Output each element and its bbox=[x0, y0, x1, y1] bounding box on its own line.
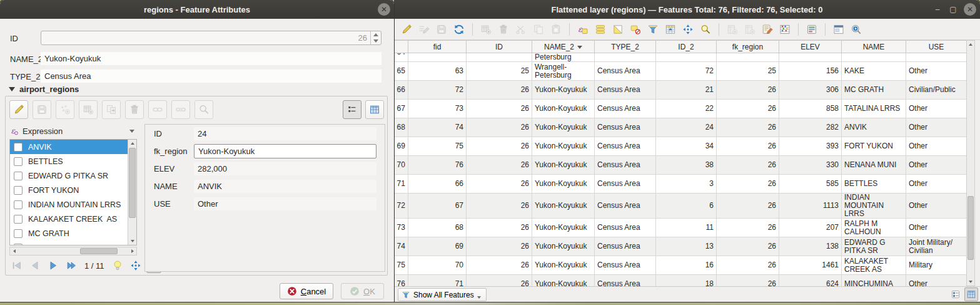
switch-to-table-view-button[interactable] bbox=[964, 287, 978, 301]
column-header-ID_2[interactable]: ID_2 bbox=[656, 41, 717, 53]
cell-NAME_2[interactable]: Wrangell-Petersburg bbox=[532, 62, 595, 81]
cell-ELEV[interactable]: 585 bbox=[779, 175, 842, 194]
select-all-button[interactable] bbox=[593, 22, 608, 37]
row-number[interactable]: 68 bbox=[395, 118, 408, 137]
unlink-feature-button[interactable] bbox=[171, 100, 190, 119]
cell-fk_region[interactable]: 26 bbox=[717, 256, 779, 275]
table-row[interactable]: 677326Yukon-KoyukukCensus Area2226858TAT… bbox=[395, 100, 967, 118]
cell-NAME[interactable]: FORT YUKON bbox=[842, 137, 906, 156]
cell-ELEV[interactable]: 156 bbox=[779, 62, 842, 81]
dock-attribute-table-button[interactable] bbox=[831, 22, 846, 37]
list-item[interactable]: EDWARD G PITKA SR bbox=[10, 168, 129, 183]
cell-USE[interactable]: Other bbox=[906, 118, 967, 137]
cell-USE[interactable]: Other bbox=[906, 100, 967, 118]
cell-NAME[interactable]: MC GRATH bbox=[842, 81, 906, 100]
checkbox[interactable] bbox=[14, 172, 23, 180]
cell-ID_2[interactable]: 6 bbox=[656, 194, 717, 219]
cell-NAME_2[interactable]: Yukon-Koyukuk bbox=[532, 219, 595, 237]
id-spinbox[interactable]: 26 bbox=[41, 31, 381, 45]
table-row-partial[interactable]: 64Petersburg bbox=[395, 53, 967, 62]
cell-ID[interactable]: 26 bbox=[467, 81, 532, 100]
list-item[interactable]: MC GRATH bbox=[10, 226, 129, 240]
next-feature-button[interactable] bbox=[46, 258, 61, 273]
cell-USE[interactable]: Other bbox=[906, 175, 967, 194]
cell-NAME[interactable]: KALAKAKET CREEK AS bbox=[842, 256, 906, 275]
column-header-NAME_2[interactable]: NAME_2 bbox=[532, 41, 595, 53]
row-number[interactable]: 69 bbox=[395, 137, 408, 156]
list-horizontal-scrollbar[interactable] bbox=[9, 247, 137, 256]
delete-selected-button[interactable] bbox=[496, 22, 511, 37]
scrollbar-thumb[interactable] bbox=[129, 148, 136, 218]
cell-fid[interactable]: 70 bbox=[408, 256, 467, 275]
cell-TYPE_2[interactable]: Census Area bbox=[595, 156, 656, 175]
cell-ID[interactable]: 26 bbox=[467, 256, 532, 275]
cell-NAME[interactable]: NENANA MUNI bbox=[842, 156, 906, 175]
cell-fid[interactable]: 72 bbox=[408, 81, 467, 100]
cell-TYPE_2[interactable]: Census Area bbox=[595, 137, 656, 156]
copy-features-button[interactable] bbox=[531, 22, 546, 37]
cell-NAME[interactable]: EDWARD G PITKA SR bbox=[842, 237, 906, 256]
cell-fk_region[interactable]: 26 bbox=[717, 118, 779, 137]
cell-ID_2[interactable]: 72 bbox=[656, 62, 717, 81]
reload-table-button[interactable] bbox=[452, 22, 467, 37]
cell-NAME_2[interactable]: Yukon-Koyukuk bbox=[532, 118, 595, 137]
cell-TYPE_2[interactable]: Census Area bbox=[595, 81, 656, 100]
table-row[interactable]: 687426Yukon-KoyukukCensus Area2426282ANV… bbox=[395, 118, 967, 137]
switch-to-form-view-button[interactable] bbox=[949, 287, 962, 301]
row-number[interactable]: 65 bbox=[395, 62, 408, 81]
cell-ID_2[interactable]: 34 bbox=[656, 137, 717, 156]
cell-ID_2[interactable]: 21 bbox=[656, 81, 717, 100]
table-row[interactable]: 726726Yukon-KoyukukCensus Area6261113IND… bbox=[395, 194, 967, 219]
close-icon[interactable]: ✕ bbox=[378, 3, 390, 16]
zoom-to-selection-button[interactable] bbox=[698, 22, 713, 37]
cell-fk_region[interactable]: 26 bbox=[717, 156, 779, 175]
cell-NAME[interactable]: RALPH M CALHOUN bbox=[842, 219, 906, 237]
cell-TYPE_2[interactable]: Census Area bbox=[595, 194, 656, 219]
previous-feature-button[interactable] bbox=[28, 258, 43, 273]
cell-ID[interactable]: 25 bbox=[467, 62, 532, 81]
cell-ID[interactable]: 26 bbox=[467, 100, 532, 118]
show-all-features-button[interactable]: Show All Features bbox=[398, 288, 487, 301]
cell-fk_region[interactable]: 26 bbox=[717, 219, 779, 237]
checkbox[interactable] bbox=[14, 186, 23, 195]
spin-up-icon[interactable] bbox=[373, 33, 378, 36]
row-number[interactable]: 73 bbox=[395, 219, 408, 237]
list-item[interactable]: ANVIK bbox=[10, 140, 129, 154]
new-field-button[interactable] bbox=[725, 22, 740, 37]
scroll-right-icon[interactable] bbox=[131, 249, 134, 253]
column-header-NAME[interactable]: NAME bbox=[842, 41, 906, 53]
cell-ELEV[interactable]: 858 bbox=[779, 100, 842, 118]
cell-ID[interactable]: 26 bbox=[467, 175, 532, 194]
cell-NAME[interactable]: INDIAN MOUNTAIN LRRS bbox=[842, 194, 906, 219]
spin-down-icon[interactable] bbox=[373, 39, 378, 43]
table-row[interactable]: 667226Yukon-KoyukukCensus Area2126306MC … bbox=[395, 81, 967, 100]
toggle-editing-button[interactable] bbox=[9, 100, 28, 119]
cell-ID_2[interactable]: 24 bbox=[656, 118, 717, 137]
checkbox[interactable] bbox=[14, 215, 23, 224]
cell-fk_region[interactable]: 26 bbox=[717, 237, 779, 256]
scroll-up-icon[interactable] bbox=[969, 43, 972, 46]
cell-USE[interactable]: Other bbox=[906, 219, 967, 237]
table-row[interactable]: 697526Yukon-KoyukukCensus Area3426393FOR… bbox=[395, 137, 967, 156]
row-number[interactable]: 72 bbox=[395, 194, 408, 219]
cell-fid[interactable]: 76 bbox=[408, 156, 467, 175]
column-header-ID[interactable]: ID bbox=[467, 41, 532, 53]
row-number[interactable]: 71 bbox=[395, 175, 408, 194]
highlight-current-feature-button[interactable] bbox=[110, 258, 125, 273]
cell-ELEV[interactable]: 306 bbox=[779, 81, 842, 100]
cell-fid[interactable]: 66 bbox=[408, 175, 467, 194]
cell-fid[interactable]: 73 bbox=[408, 100, 467, 118]
list-item[interactable]: BETTLES bbox=[10, 154, 129, 168]
table-row[interactable]: 746926Yukon-KoyukukCensus Area1326138EDW… bbox=[395, 237, 967, 256]
cell-fk_region[interactable]: 26 bbox=[717, 100, 779, 118]
cell-NAME[interactable]: ANVIK bbox=[842, 118, 906, 137]
cell-ID[interactable]: 26 bbox=[467, 237, 532, 256]
column-header-fk_region[interactable]: fk_region bbox=[717, 41, 779, 53]
expression-combo[interactable]: ε Expression bbox=[9, 124, 137, 138]
delete-child-feature-button[interactable] bbox=[125, 100, 144, 119]
column-header-TYPE_2[interactable]: TYPE_2 bbox=[595, 41, 656, 53]
toggle-editing-button[interactable] bbox=[399, 22, 414, 37]
cell-ID[interactable]: 26 bbox=[467, 137, 532, 156]
scrollbar-thumb[interactable] bbox=[80, 248, 118, 254]
cell-TYPE_2[interactable]: Census Area bbox=[595, 62, 656, 81]
